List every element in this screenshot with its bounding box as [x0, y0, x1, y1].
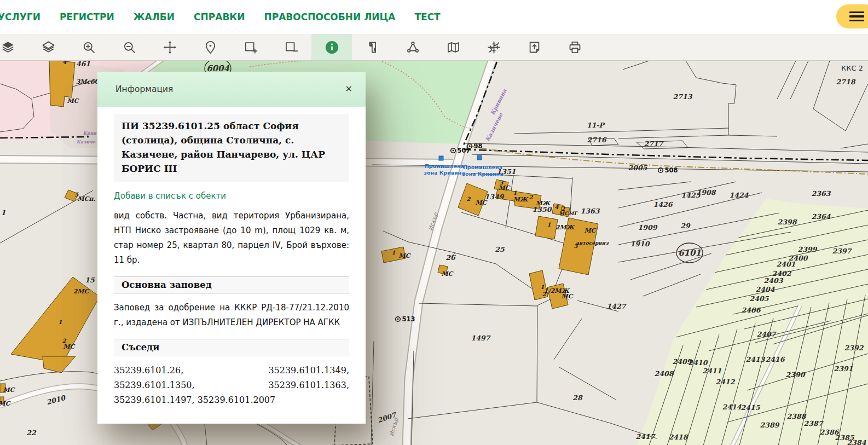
rect-plus-icon [244, 40, 258, 55]
hamburger-icon [849, 11, 864, 13]
tool-zoom-in[interactable] [68, 34, 109, 60]
map-label: 2718 [836, 78, 856, 86]
map-label: 2406 [742, 306, 761, 314]
map-label: 2 [542, 291, 547, 297]
map-label: 3МсбС [76, 78, 100, 85]
map-label: МС [442, 270, 454, 278]
map-label: Крив [83, 130, 97, 136]
tool-locate[interactable] [190, 34, 230, 60]
tool-measure-length[interactable] [352, 34, 392, 60]
map-label: 2713 [673, 93, 693, 101]
map-label: 2403 [764, 276, 784, 285]
map-label: 2 [529, 194, 534, 200]
map-label: 2364 [812, 212, 831, 221]
svg-text:6101: 6101 [678, 248, 701, 258]
main-nav: УСЛУГИРЕГИСТРИЖАЛБИСПРАВКИПРАВОСПОСОБНИ … [0, 0, 868, 34]
nav-item-complaints[interactable]: ЖАЛБИ [134, 11, 175, 22]
info-icon [325, 40, 339, 55]
tool-zoom-rect-in[interactable] [230, 34, 271, 60]
map-label: 4 [63, 61, 67, 65]
map-label: 2413 [746, 355, 766, 363]
map-label: 2412 [716, 378, 736, 386]
map-label: 28 [572, 394, 583, 402]
map-label: 2414 [722, 403, 742, 411]
map-label: 2387 [804, 419, 824, 427]
svg-text:508: 508 [665, 166, 678, 174]
map-label: 2408 [655, 369, 674, 378]
map-label: 4 [555, 204, 559, 210]
map-label: 2389 [760, 421, 780, 429]
map-icon [446, 40, 461, 55]
nav-item-licensed-persons[interactable]: ПРАВОСПОСОБНИ ЛИЦА [264, 11, 395, 22]
map-label: ККС 2 [841, 64, 863, 72]
map-label: МС [399, 252, 411, 259]
map-label: 2416 [766, 355, 785, 363]
map-label: 2411 [703, 367, 722, 375]
section-heading-order: Основна заповед [114, 276, 349, 294]
map-label: автосервиз [576, 240, 609, 246]
nav-item-references[interactable]: СПРАВКИ [194, 11, 245, 22]
map-label: Казиче [77, 139, 96, 145]
map-toolbar [0, 34, 868, 61]
map-label: зона Кривина [462, 171, 503, 177]
map-label: 2391 [834, 365, 853, 373]
map-label: 1363 [581, 207, 600, 215]
svg-text:98: 98 [474, 142, 483, 150]
layers-icon [41, 40, 56, 55]
export-icon [527, 40, 542, 55]
tool-pan[interactable] [149, 34, 190, 60]
tool-export[interactable] [514, 34, 554, 60]
map-label: 1424 [730, 191, 749, 199]
info-panel-header: Информация ✕ [97, 72, 366, 107]
tool-info[interactable] [311, 34, 352, 60]
map-label: 461 [76, 61, 90, 68]
map-label: МС [476, 199, 488, 206]
rect-minus-icon [284, 40, 299, 55]
map-label: МС [0, 400, 11, 407]
close-icon[interactable]: ✕ [343, 83, 355, 96]
map-label: 2417 [636, 432, 656, 441]
tool-zoom-rect-out[interactable] [271, 34, 311, 60]
menu-button[interactable] [836, 4, 868, 28]
map-label: МС [499, 184, 511, 192]
map-label: 2399 [798, 245, 818, 253]
add-to-list-link[interactable]: Добави в списък с обекти [114, 191, 226, 201]
map-label: 1349 [485, 193, 505, 201]
tool-measure-area[interactable] [392, 34, 433, 60]
map-label: 1426 [653, 200, 673, 209]
map-label: 2404 [756, 285, 775, 293]
map-zone-marker-icon [477, 155, 482, 160]
map-label: 2363 [812, 189, 831, 198]
map-label: 2415 [741, 403, 761, 412]
tool-print[interactable] [554, 34, 595, 60]
map-label: 1910 [630, 240, 650, 248]
map-label: 26 [445, 253, 456, 262]
parcel-title: ПИ 35239.6101.25 област София (столица),… [114, 114, 349, 182]
map-label: 2392 [844, 344, 864, 352]
map-label: МСМГ [559, 211, 578, 216]
map-label: МСп. [78, 195, 96, 203]
nav-item-registers[interactable]: РЕГИСТРИ [60, 11, 114, 22]
map-label: 25 [495, 245, 505, 253]
parcel-details: вид собств. Частна, вид територия Урбани… [114, 209, 349, 268]
map-label: 1497 [471, 334, 491, 342]
coords-icon [487, 40, 501, 55]
nav-item-test[interactable]: ТЕСТ [414, 11, 440, 22]
tool-coordinates[interactable] [473, 34, 514, 60]
map-label: 2384 [847, 438, 866, 445]
map-label: 2405 [750, 294, 769, 303]
map-label: 1 [59, 319, 62, 325]
map-label: МС [3, 386, 15, 394]
tool-zoom-out[interactable] [109, 34, 149, 60]
panel-title: Информация [115, 84, 173, 94]
neighbors-text: 35239.6101.26, 35239.6101.1349, 35239.61… [114, 363, 349, 407]
tool-base-layers[interactable] [0, 34, 28, 60]
tool-overview-map[interactable] [433, 34, 473, 60]
nav-item-services[interactable]: УСЛУГИ [0, 11, 40, 22]
map-label: 2401 [777, 260, 796, 268]
tool-layers[interactable] [28, 34, 68, 60]
pan-icon [163, 40, 177, 55]
print-icon [568, 40, 582, 55]
map-label: 2 [467, 196, 471, 202]
map-label: 2005 [628, 164, 648, 172]
